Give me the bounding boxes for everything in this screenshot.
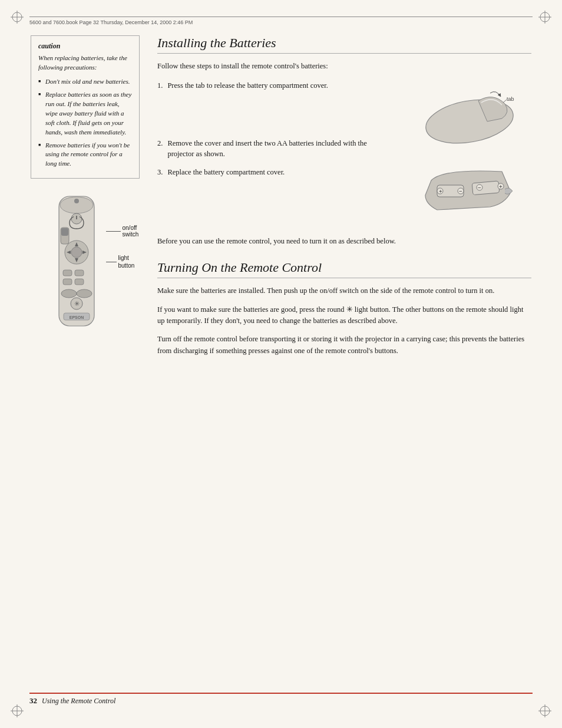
- footer-page-number: 32: [29, 696, 37, 706]
- footer-bar: 32 Using the Remote Control: [29, 693, 533, 706]
- caution-title: caution: [38, 42, 132, 51]
- svg-text:+: +: [439, 188, 442, 195]
- svg-rect-28: [75, 279, 84, 285]
- caution-intro: When replacing batteries, take the follo…: [38, 54, 132, 73]
- before-text: Before you can use the remote control, y…: [157, 236, 531, 247]
- caution-item-3: Remove batteries if you won't be using t…: [38, 141, 132, 169]
- reg-mark-tr: [538, 11, 551, 24]
- caution-item-2: Replace batteries as soon as they run ou…: [38, 90, 132, 137]
- section2: Turning On the Remote Control Make sure …: [157, 260, 531, 357]
- svg-text:✳: ✳: [74, 300, 79, 307]
- onoff-label: on/offswitch: [123, 225, 139, 238]
- step-2: 2. Remove the cover and insert the two A…: [157, 138, 384, 159]
- header-text: 5600 and 7600.book Page 32 Thursday, Dec…: [29, 18, 193, 25]
- left-column: caution When replacing batteries, take t…: [31, 35, 151, 693]
- svg-rect-24: [63, 270, 72, 276]
- step2-number: 2.: [157, 138, 163, 159]
- steps-list: 1. Press the tab to release the battery …: [157, 80, 390, 228]
- battery-step2-diagram: + − + −: [414, 157, 531, 228]
- svg-text:EPSON: EPSON: [69, 315, 84, 319]
- step-1: 1. Press the tab to release the battery …: [157, 80, 384, 91]
- svg-rect-17: [61, 228, 68, 236]
- battery-step1-diagram: tab: [414, 80, 531, 151]
- svg-rect-27: [63, 279, 72, 285]
- section2-heading: Turning On the Remote Control: [157, 260, 531, 278]
- light-label: lightbutton: [118, 254, 135, 269]
- step1-text: Press the tab to release the battery com…: [167, 80, 384, 91]
- svg-point-30: [77, 289, 92, 298]
- step2-text: Remove the cover and insert the two AA b…: [167, 138, 384, 159]
- step3-number: 3.: [157, 167, 163, 177]
- svg-point-29: [61, 289, 77, 298]
- steps-area: 1. Press the tab to release the battery …: [157, 80, 531, 228]
- section1-heading: Installing the Batteries: [157, 35, 531, 54]
- main-layout: caution When replacing batteries, take t…: [31, 35, 531, 693]
- caution-item-1: Don't mix old and new batteries.: [38, 77, 132, 87]
- svg-rect-42: [472, 181, 500, 195]
- battery-step2-svg: + − + −: [414, 157, 531, 225]
- svg-rect-25: [75, 270, 84, 276]
- battery-step1-svg: tab: [414, 80, 531, 148]
- caution-list: Don't mix old and new batteries. Replace…: [38, 77, 132, 169]
- footer-label: Using the Remote Control: [42, 697, 115, 706]
- section2-para3: Turn off the remote control before trans…: [157, 334, 531, 357]
- reg-mark-tl: [11, 11, 24, 24]
- caution-box: caution When replacing batteries, take t…: [31, 35, 140, 179]
- svg-point-19: [71, 247, 82, 258]
- svg-text:−: −: [478, 185, 481, 191]
- reg-mark-br: [538, 704, 551, 717]
- right-column: Installing the Batteries Follow these st…: [151, 35, 531, 693]
- reg-mark-bl: [11, 704, 24, 717]
- step1-number: 1.: [157, 80, 163, 91]
- tab-label: tab: [507, 96, 514, 102]
- section2-para2-text: If you want to make sure the batteries a…: [157, 305, 523, 325]
- svg-text:+: +: [499, 183, 503, 190]
- step-3: 3. Replace the battery compartment cover…: [157, 167, 384, 177]
- section2-para1: Make sure the batteries are installed. T…: [157, 285, 531, 297]
- battery-diagram-area: tab: [390, 80, 531, 228]
- remote-control-svg: ✳ EPSON: [44, 190, 109, 335]
- svg-point-14: [74, 199, 79, 203]
- page: 5600 and 7600.book Page 32 Thursday, Dec…: [0, 0, 562, 728]
- section1-intro: Follow these steps to install the remote…: [157, 61, 531, 72]
- svg-text:−: −: [459, 188, 462, 195]
- section2-para2: If you want to make sure the batteries a…: [157, 304, 531, 327]
- step3-text: Replace the battery compartment cover.: [167, 167, 384, 177]
- remote-illustration: ✳ EPSON on/offswitch lightbutton: [31, 190, 140, 355]
- header-bar: 5600 and 7600.book Page 32 Thursday, Dec…: [29, 17, 533, 26]
